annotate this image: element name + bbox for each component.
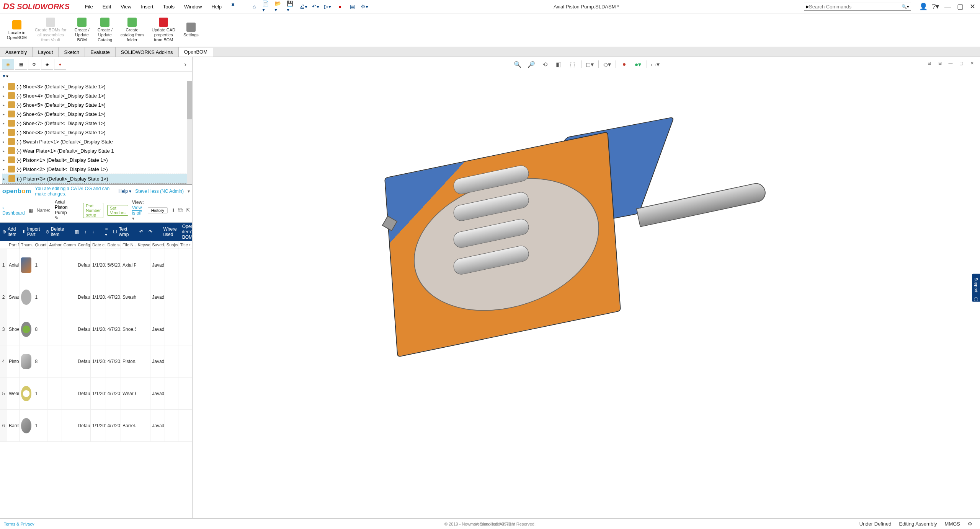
cell-date-created[interactable]: 1/1/2012 8:... bbox=[91, 281, 106, 313]
where-used-button[interactable]: Where used bbox=[163, 226, 176, 237]
terms-link[interactable]: Terms & Privacy bbox=[4, 522, 34, 526]
create-update-bom-button[interactable]: Create / Update BOM bbox=[72, 15, 93, 45]
cell-keyword[interactable] bbox=[136, 345, 151, 377]
cell-title[interactable] bbox=[178, 313, 192, 345]
add-item-button[interactable]: ⊕ Add item bbox=[2, 226, 16, 237]
cell-config[interactable]: Default bbox=[76, 281, 91, 313]
zoom-fit-icon[interactable]: 🔍 bbox=[512, 59, 523, 70]
dimxpert-tab[interactable]: ◈ bbox=[41, 59, 53, 70]
tab-openbom[interactable]: OpenBOM bbox=[179, 47, 213, 57]
section-view-icon[interactable]: ◧ bbox=[554, 59, 564, 70]
cell-comment[interactable] bbox=[62, 345, 77, 377]
cell-filename[interactable]: Wear Plate.... bbox=[121, 378, 136, 409]
cell-title[interactable] bbox=[178, 249, 192, 281]
viewport-minimize-icon[interactable]: — bbox=[946, 59, 955, 67]
view-settings-icon[interactable]: ▭▾ bbox=[650, 59, 661, 70]
undo-icon[interactable]: ↶ bbox=[139, 229, 143, 234]
pin-icon[interactable]: ✖ bbox=[231, 2, 235, 11]
cell-qty[interactable]: 1 bbox=[33, 249, 47, 281]
print-icon[interactable]: 🖨▾ bbox=[299, 2, 307, 11]
search-commands[interactable]: ▶ 🔍▾ bbox=[804, 3, 911, 11]
table-row[interactable]: 4 Piston 8 Default 1/1/2012 8:... 4/7/20… bbox=[0, 345, 192, 378]
col-filename[interactable]: File N...▾ bbox=[121, 241, 136, 249]
tree-item[interactable]: ▸(-) Shoe<4> (Default<_Display State 1>) bbox=[2, 91, 190, 100]
cell-qty[interactable]: 8 bbox=[33, 345, 47, 377]
col-date-saved[interactable]: Date s...▾ bbox=[106, 241, 121, 249]
table-row[interactable]: 6 Barrel 1 Default 1/1/2012 8:... 4/7/20… bbox=[0, 410, 192, 442]
cell-filename[interactable]: Barrel.SLD... bbox=[121, 410, 136, 441]
configuration-tab[interactable]: ⚙ bbox=[28, 59, 40, 70]
import-part-button[interactable]: ⬆ Import Part bbox=[22, 226, 40, 237]
save-icon[interactable]: 💾▾ bbox=[287, 2, 295, 11]
table-row[interactable]: 3 Shoe 8 Default 1/1/2012 8:... 4/7/2016… bbox=[0, 313, 192, 345]
menu-tools[interactable]: Tools bbox=[159, 2, 178, 11]
view-dropdown[interactable]: View is off bbox=[132, 205, 142, 216]
open-icon[interactable]: 📂▾ bbox=[274, 2, 283, 11]
feature-tree-tab[interactable]: ◉ bbox=[2, 59, 14, 70]
cell-config[interactable]: Default bbox=[76, 378, 91, 409]
previous-view-icon[interactable]: ⟲ bbox=[540, 59, 550, 70]
cell-thumbnail[interactable] bbox=[20, 410, 34, 441]
tree-item[interactable]: ▸(-) Shoe<3> (Default<_Display State 1>) bbox=[2, 82, 190, 91]
table-row[interactable]: 1 Axial Pist... 1 Default 1/1/2012 9:...… bbox=[0, 249, 192, 281]
cell-config[interactable]: Default bbox=[76, 345, 91, 377]
cell-subject[interactable] bbox=[165, 378, 179, 409]
help-link[interactable]: Help ▾ bbox=[118, 189, 131, 194]
settings-button[interactable]: Settings bbox=[180, 15, 202, 45]
cell-thumbnail[interactable] bbox=[20, 313, 34, 345]
expand-arrow-icon[interactable]: ▸ bbox=[3, 130, 7, 135]
expand-arrow-icon[interactable]: ▸ bbox=[3, 140, 7, 144]
cell-comment[interactable] bbox=[62, 249, 77, 281]
viewport-close-icon[interactable]: ✕ bbox=[968, 59, 976, 67]
expand-arrow-icon[interactable]: ▸ bbox=[3, 85, 7, 89]
cell-comment[interactable] bbox=[62, 410, 77, 441]
tree-item[interactable]: ▸(-) Piston<1> (Default<_Display State 1… bbox=[2, 155, 190, 164]
tree-item[interactable]: ▸(-) Shoe<5> (Default<_Display State 1>) bbox=[2, 100, 190, 109]
create-update-catalog-button[interactable]: Create / Update Catalog bbox=[95, 15, 116, 45]
align-icon[interactable]: ≡ ▾ bbox=[105, 226, 108, 237]
cell-subject[interactable] bbox=[165, 281, 179, 313]
scroll-thumb[interactable] bbox=[187, 81, 192, 119]
expand-arrow-icon[interactable]: ▸ bbox=[3, 158, 7, 162]
create-catalog-folder-button[interactable]: Create catalog from folder bbox=[118, 15, 147, 45]
cell-keyword[interactable] bbox=[136, 249, 151, 281]
menu-insert[interactable]: Insert bbox=[137, 2, 157, 11]
cell-keyword[interactable] bbox=[136, 378, 151, 409]
cell-title[interactable] bbox=[178, 345, 192, 377]
cell-config[interactable]: Default bbox=[76, 249, 91, 281]
apply-scene-icon[interactable]: ●▾ bbox=[633, 59, 644, 70]
cell-keyword[interactable] bbox=[136, 281, 151, 313]
graphics-viewport[interactable]: 🔍 🔎 ⟲ ◧ ⬚ ◻▾ ◇▾ ● ●▾ ▭▾ ⊟ ⊞ — ▢ ✕ Suppor… bbox=[193, 57, 980, 518]
col-subject[interactable]: Subject▾ bbox=[165, 241, 179, 249]
cell-saved-by[interactable]: Javad bbox=[150, 410, 165, 441]
cell-qty[interactable]: 8 bbox=[33, 313, 47, 345]
table-row[interactable]: 5 Wear Plate 1 Default 1/1/2012 8:... 4/… bbox=[0, 378, 192, 410]
status-settings-icon[interactable]: ⚙ bbox=[968, 521, 972, 527]
cell-author[interactable] bbox=[47, 249, 62, 281]
help-icon[interactable]: ?▾ bbox=[931, 2, 940, 11]
cell-part[interactable]: Wear Plate bbox=[7, 378, 20, 409]
tab-layout[interactable]: Layout bbox=[33, 47, 59, 57]
cell-qty[interactable]: 1 bbox=[33, 281, 47, 313]
cell-date-saved[interactable]: 4/7/2016 2:... bbox=[106, 313, 121, 345]
cell-qty[interactable]: 1 bbox=[33, 410, 47, 441]
locate-in-openbom-button[interactable]: Locate in OpenBOM bbox=[4, 15, 30, 45]
col-keyword[interactable]: Keywo...▾ bbox=[136, 241, 151, 249]
update-cad-properties-button[interactable]: Update CAD properties from BOM bbox=[149, 15, 178, 45]
user-link[interactable]: Steve Hess (NC Admin) bbox=[135, 189, 184, 194]
cell-part[interactable]: Swash Plate bbox=[7, 281, 20, 313]
cell-subject[interactable] bbox=[165, 249, 179, 281]
menu-view[interactable]: View bbox=[117, 2, 135, 11]
options-icon[interactable]: ▤ bbox=[348, 2, 356, 11]
cell-date-saved[interactable]: 4/7/2016 2:... bbox=[106, 281, 121, 313]
cell-date-saved[interactable]: 4/7/2016 2:... bbox=[106, 378, 121, 409]
cell-title[interactable] bbox=[178, 378, 192, 409]
tab-sketch[interactable]: Sketch bbox=[59, 47, 85, 57]
sort-up-icon[interactable]: ↑ bbox=[84, 229, 87, 234]
tree-item[interactable]: ▸(-) Piston<2> (Default<_Display State 1… bbox=[2, 164, 190, 174]
cell-date-created[interactable]: 1/1/2012 8:... bbox=[91, 378, 106, 409]
undo-icon[interactable]: ↶▾ bbox=[311, 2, 320, 11]
folder-icon[interactable]: ▦ bbox=[29, 208, 33, 213]
col-author[interactable]: Author▾ bbox=[47, 241, 62, 249]
user-icon[interactable]: 👤 bbox=[919, 2, 928, 11]
